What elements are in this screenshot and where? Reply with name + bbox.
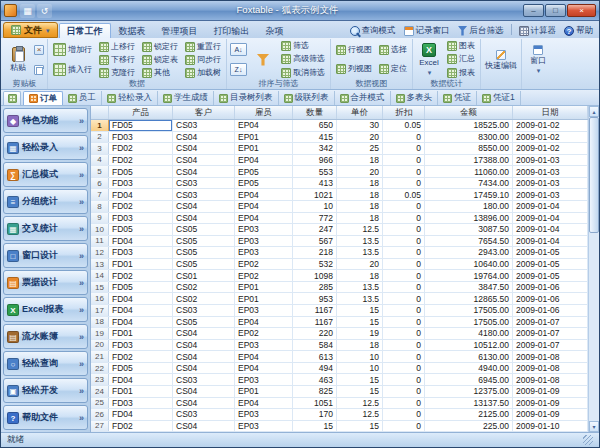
grid-cell[interactable]: 342: [293, 143, 337, 154]
grid-cell[interactable]: CS03: [173, 409, 235, 420]
row-number[interactable]: 5: [91, 166, 109, 177]
table-tab[interactable]: 目录树列表: [214, 91, 279, 105]
grid-cell[interactable]: FD05: [109, 363, 173, 374]
ribbon-small-button[interactable]: 同步行: [183, 53, 223, 66]
table-row[interactable]: 4 FD02 CS04 EP04 966 18 0 17388.00 2009-…: [91, 155, 588, 167]
grid-cell[interactable]: 2009-01-03: [513, 166, 588, 177]
grid-cell[interactable]: 2009-01-04: [513, 201, 588, 212]
grid-cell[interactable]: EP03: [235, 374, 293, 385]
grid-cell[interactable]: FD02: [109, 201, 173, 212]
grid-cell[interactable]: 2009-01-05: [513, 259, 588, 270]
row-number[interactable]: 2: [91, 132, 109, 143]
grid-cell[interactable]: 15: [293, 421, 337, 432]
grid-cell[interactable]: EP04: [235, 201, 293, 212]
table-row[interactable]: 24 FD01 CS04 EP01 825 15 0 12375.00 2009…: [91, 386, 588, 398]
column-header-product[interactable]: 产品: [109, 106, 173, 119]
table-row[interactable]: 15 FD05 CS02 EP01 285 13.5 0 3847.50 200…: [91, 282, 588, 294]
grid-cell[interactable]: 1167: [293, 305, 337, 316]
grid-cell[interactable]: EP03: [235, 224, 293, 235]
row-number[interactable]: 20: [91, 340, 109, 351]
table-tab[interactable]: 多表头: [391, 91, 439, 105]
grid-cell[interactable]: FD04: [109, 293, 173, 304]
resize-grip[interactable]: [583, 435, 593, 445]
grid-cell[interactable]: 18: [337, 270, 383, 281]
grid-cell[interactable]: 15: [337, 305, 383, 316]
table-tab[interactable]: 学生成绩: [158, 91, 214, 105]
grid-cell[interactable]: 0: [383, 247, 425, 258]
ribbon-small-button[interactable]: 选择: [377, 44, 409, 56]
table-tab[interactable]: 员工: [63, 91, 102, 105]
grid-cell[interactable]: 15: [337, 317, 383, 328]
grid-cell[interactable]: 20: [337, 166, 383, 177]
grid-cell[interactable]: CS04: [173, 155, 235, 166]
grid-cell[interactable]: CS04: [173, 351, 235, 362]
grid-cell[interactable]: 0: [383, 351, 425, 362]
grid-cell[interactable]: FD03: [109, 398, 173, 409]
grid-cell[interactable]: 825: [293, 386, 337, 397]
column-header-date[interactable]: 日期: [513, 106, 588, 119]
grid-cell[interactable]: 218: [293, 247, 337, 258]
row-number[interactable]: 13: [91, 259, 109, 270]
grid-cell[interactable]: FD01: [109, 259, 173, 270]
grid-cell[interactable]: 2009-01-05: [513, 247, 588, 258]
grid-cell[interactable]: 1021: [293, 189, 337, 200]
row-number[interactable]: 21: [91, 351, 109, 362]
grid-cell[interactable]: 2009-01-02: [513, 120, 588, 131]
grid-cell[interactable]: 413: [293, 178, 337, 189]
grid-cell[interactable]: 2009-01-08: [513, 363, 588, 374]
grid-cell[interactable]: FD04: [109, 374, 173, 385]
grid-cell[interactable]: 10: [293, 201, 337, 212]
grid-cell[interactable]: CS02: [173, 293, 235, 304]
mode-button[interactable]: 查询模式: [346, 23, 400, 38]
grid-cell[interactable]: 2009-01-09: [513, 398, 588, 409]
ribbon-small-button[interactable]: 列视图: [334, 63, 374, 75]
filter-button[interactable]: [250, 40, 276, 79]
vertical-scrollbar[interactable]: ▴ ▾: [588, 106, 599, 432]
grid-cell[interactable]: 0: [383, 282, 425, 293]
grid-cell[interactable]: 0: [383, 155, 425, 166]
row-number[interactable]: 19: [91, 328, 109, 339]
row-number[interactable]: 6: [91, 178, 109, 189]
undo-icon[interactable]: ↺: [37, 4, 52, 18]
grid-cell[interactable]: 180.00: [425, 201, 513, 212]
grid-cell[interactable]: 8300.00: [425, 132, 513, 143]
grid-cell[interactable]: EP04: [235, 120, 293, 131]
grid-cell[interactable]: CS03: [173, 120, 235, 131]
table-row[interactable]: 10 FD05 CS05 EP03 247 12.5 0 3087.50 200…: [91, 224, 588, 236]
table-row[interactable]: 17 FD04 CS03 EP03 1167 15 0 17505.00 200…: [91, 305, 588, 317]
table-row[interactable]: 19 FD01 CS04 EP02 220 19 0 4180.00 2009-…: [91, 328, 588, 340]
grid-cell[interactable]: 2009-01-09: [513, 386, 588, 397]
table-row[interactable]: 5 FD05 CS04 EP05 553 20 0 11060.00 2009-…: [91, 166, 588, 178]
row-number[interactable]: 24: [91, 386, 109, 397]
grid-cell[interactable]: 0.05: [383, 189, 425, 200]
grid-cell[interactable]: 2009-01-04: [513, 213, 588, 224]
table-row[interactable]: 1 FD05 CS03 EP04 650 30 0.05 18525.00 20…: [91, 120, 588, 132]
grid-cell[interactable]: EP04: [235, 317, 293, 328]
sidebar-item[interactable]: ◆ 特色功能: [3, 108, 88, 133]
table-row[interactable]: 11 FD04 CS05 EP03 567 13.5 0 7654.50 200…: [91, 236, 588, 248]
grid-cell[interactable]: CS03: [173, 305, 235, 316]
excel-button[interactable]: X Excel: [416, 40, 442, 79]
row-number[interactable]: 8: [91, 201, 109, 212]
grid-cell[interactable]: 2009-01-06: [513, 293, 588, 304]
ribbon-tab[interactable]: 日常工作: [59, 23, 111, 38]
grid-cell[interactable]: FD02: [109, 270, 173, 281]
row-number[interactable]: 22: [91, 363, 109, 374]
grid-cell[interactable]: 2009-01-03: [513, 178, 588, 189]
grid-cell[interactable]: 6945.00: [425, 374, 513, 385]
grid-cell[interactable]: 30: [337, 120, 383, 131]
grid-cell[interactable]: FD03: [109, 213, 173, 224]
grid-cell[interactable]: FD05: [109, 120, 173, 131]
grid-cell[interactable]: 567: [293, 236, 337, 247]
column-header-unit-price[interactable]: 单价: [337, 106, 383, 119]
mode-button[interactable]: 记录窗口: [400, 23, 454, 38]
grid-cell[interactable]: EP01: [235, 386, 293, 397]
grid-cell[interactable]: CS05: [173, 259, 235, 270]
grid-cell[interactable]: 25: [337, 143, 383, 154]
grid-cell[interactable]: 19: [337, 328, 383, 339]
row-number[interactable]: 17: [91, 305, 109, 316]
grid-cell[interactable]: 11060.00: [425, 166, 513, 177]
grid-cell[interactable]: CS01: [173, 270, 235, 281]
grid-cell[interactable]: 20: [337, 259, 383, 270]
grid-cell[interactable]: 0: [383, 132, 425, 143]
